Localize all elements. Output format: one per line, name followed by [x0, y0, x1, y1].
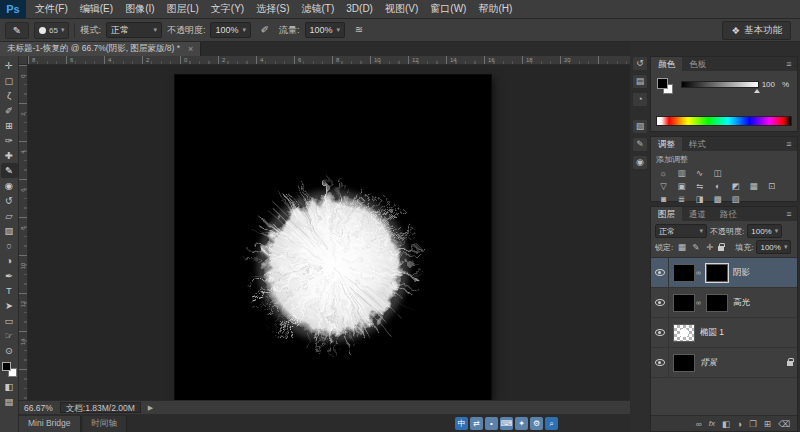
mask-thumbnail[interactable]: [706, 294, 728, 312]
ime-keyboard-icon[interactable]: ⌨: [500, 417, 513, 430]
adjustment-curves-icon[interactable]: ∿: [691, 167, 708, 180]
menu-item-select[interactable]: 选择(S): [250, 0, 295, 18]
properties-panel-icon[interactable]: ▤: [632, 74, 648, 89]
adjustment-gradient-map-icon[interactable]: ▩: [709, 193, 726, 206]
panel-menu-icon[interactable]: ≡: [781, 137, 797, 151]
adjustment-channel-mixer-icon[interactable]: ▦: [745, 180, 762, 193]
crop-tool[interactable]: ⊞: [1, 118, 18, 133]
navigator-panel-icon[interactable]: ▧: [632, 119, 648, 134]
menu-item-help[interactable]: 帮助(H): [472, 0, 518, 18]
menu-item-layer[interactable]: 图层(L): [161, 0, 205, 18]
brush-preset-picker[interactable]: 65 ▾: [34, 22, 69, 39]
adjustment-layer-button[interactable]: ◑: [737, 417, 742, 431]
layer-thumbnail[interactable]: [673, 294, 695, 312]
airbrush-icon[interactable]: ≋: [350, 22, 368, 39]
lock-paint-icon[interactable]: ✎: [690, 242, 701, 252]
adjustment-exposure-icon[interactable]: ◫: [709, 167, 726, 180]
menu-item-window[interactable]: 窗口(W): [424, 0, 472, 18]
tab-timeline[interactable]: 时间轴: [83, 416, 128, 432]
layer-style-button[interactable]: fx: [709, 417, 715, 431]
layer-thumbnail[interactable]: [673, 324, 695, 342]
layer-thumbnail[interactable]: [673, 264, 695, 282]
brush-presets-panel-icon[interactable]: ✎: [632, 137, 648, 152]
visibility-toggle[interactable]: [651, 348, 669, 378]
adjustment-vibrance-icon[interactable]: ▽: [655, 180, 672, 193]
visibility-toggle[interactable]: [651, 288, 669, 318]
visibility-toggle[interactable]: [651, 258, 669, 288]
tab-swatches[interactable]: 色板: [682, 57, 713, 71]
pen-tool[interactable]: ✒: [1, 268, 18, 283]
layer-thumbnail[interactable]: [673, 354, 695, 372]
adjustment-invert-icon[interactable]: ◙: [655, 193, 672, 206]
layer-row-ellipse[interactable]: 椭圆 1: [651, 318, 797, 348]
blur-tool[interactable]: ○: [1, 238, 18, 253]
shape-tool[interactable]: ▭: [1, 313, 18, 328]
foreground-color-swatch[interactable]: [657, 78, 668, 89]
ime-width-toggle-icon[interactable]: ⇄: [470, 417, 483, 430]
ps-logo[interactable]: Ps: [0, 0, 26, 18]
tab-channels[interactable]: 通道: [682, 207, 713, 221]
adjustment-photo-filter-icon[interactable]: ◩: [727, 180, 744, 193]
layer-blend-mode-select[interactable]: 正常 ▾: [655, 224, 707, 238]
ime-search-icon[interactable]: ⌕: [545, 417, 558, 430]
layer-name[interactable]: 阴影: [733, 267, 750, 279]
lasso-tool[interactable]: ζ: [1, 88, 18, 103]
opacity-select[interactable]: 100% ▾: [210, 22, 251, 38]
dodge-tool[interactable]: ◑: [1, 253, 18, 268]
eyedropper-tool[interactable]: ✑: [1, 133, 18, 148]
adjustment-hue-saturation-icon[interactable]: ▣: [673, 180, 690, 193]
adjustment-brightness-contrast-icon[interactable]: ☼: [655, 167, 672, 180]
ime-punctuation-icon[interactable]: •: [485, 417, 498, 430]
layer-fill-select[interactable]: 100% ▾: [756, 240, 791, 254]
zoom-tool[interactable]: ⊙: [1, 343, 18, 358]
status-options-arrow-icon[interactable]: ▶: [148, 404, 153, 412]
layer-name[interactable]: 背景: [700, 357, 717, 369]
brush-tool[interactable]: ✎: [1, 163, 18, 178]
workspace-switcher[interactable]: ❖ 基本功能: [722, 21, 791, 40]
lock-all-icon[interactable]: [718, 246, 724, 251]
document-tab[interactable]: 未标题-1-恢复的 @ 66.7%(阴影, 图层蒙版/8) * ×: [0, 42, 201, 56]
menu-item-3d[interactable]: 3D(D): [340, 0, 379, 18]
document-canvas[interactable]: [175, 75, 491, 400]
ime-settings-icon[interactable]: ⚙: [530, 417, 543, 430]
tab-paths[interactable]: 路径: [713, 207, 744, 221]
clone-stamp-tool[interactable]: ◉: [1, 178, 18, 193]
adjustment-levels-icon[interactable]: ▥: [673, 167, 690, 180]
tab-styles[interactable]: 样式: [682, 137, 713, 151]
layer-opacity-select[interactable]: 100% ▾: [747, 224, 782, 238]
flow-select[interactable]: 100% ▾: [305, 22, 346, 38]
tab-mini-bridge[interactable]: Mini Bridge: [19, 416, 81, 432]
ime-language-icon[interactable]: 中: [455, 417, 468, 430]
menu-item-view[interactable]: 视图(V): [379, 0, 424, 18]
pressure-opacity-icon[interactable]: ✐: [256, 22, 274, 39]
mask-thumbnail[interactable]: [706, 264, 728, 282]
history-brush-tool[interactable]: ↺: [1, 193, 18, 208]
clone-source-panel-icon[interactable]: ◉: [632, 155, 648, 170]
brush-tool-icon[interactable]: ✎: [5, 22, 29, 39]
visibility-toggle[interactable]: [651, 318, 669, 348]
layer-row-shadow[interactable]: ∞ 阴影: [651, 258, 797, 288]
layer-row-highlight[interactable]: ∞ 高光: [651, 288, 797, 318]
eraser-tool[interactable]: ▱: [1, 208, 18, 223]
type-tool[interactable]: T: [1, 283, 18, 298]
layer-row-background[interactable]: 背景: [651, 348, 797, 378]
new-group-button[interactable]: ❐: [749, 417, 757, 431]
panel-menu-icon[interactable]: ≡: [781, 207, 797, 221]
menu-item-filter[interactable]: 滤镜(T): [296, 0, 341, 18]
blend-mode-select[interactable]: 正常 ▾: [106, 22, 162, 38]
healing-brush-tool[interactable]: ✚: [1, 148, 18, 163]
gradient-tool[interactable]: ▨: [1, 223, 18, 238]
adjustment-black-white-icon[interactable]: ◐: [709, 180, 726, 193]
tab-color[interactable]: 颜色: [651, 57, 682, 71]
screen-mode-button[interactable]: ▤: [1, 394, 18, 409]
canvas-area[interactable]: 864202468101214161820 02468101214: [19, 56, 630, 400]
move-tool[interactable]: ✛: [1, 58, 18, 73]
layer-name[interactable]: 椭圆 1: [700, 327, 724, 339]
color-swatches[interactable]: [2, 362, 17, 377]
left-ruler[interactable]: 02468101214: [19, 65, 28, 400]
close-icon[interactable]: ×: [188, 44, 193, 54]
foreground-color-swatch[interactable]: [2, 362, 11, 371]
menu-item-file[interactable]: 文件(F): [29, 0, 74, 18]
zoom-level-field[interactable]: 66.67%: [24, 403, 53, 413]
menu-item-edit[interactable]: 编辑(E): [74, 0, 119, 18]
